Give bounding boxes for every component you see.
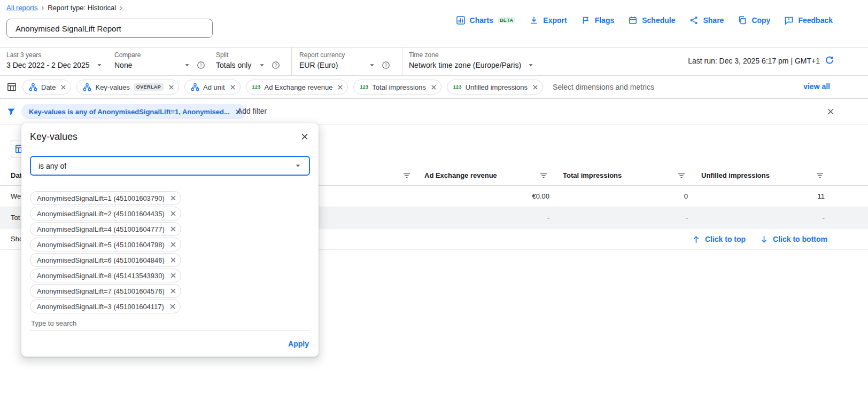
remove-chip-icon[interactable] bbox=[430, 83, 438, 91]
column-filter-icon[interactable] bbox=[677, 171, 686, 180]
chart-icon bbox=[456, 15, 466, 25]
value-chip: AnonymisedSignalLift=4 (451001604777) bbox=[30, 222, 181, 236]
currency-label: Report currency bbox=[299, 51, 345, 59]
feedback-label: Feedback bbox=[798, 16, 833, 25]
breadcrumb-all-reports-link[interactable]: All reports bbox=[6, 4, 38, 12]
copy-label: Copy bbox=[751, 16, 770, 25]
timezone-select[interactable]: Network time zone (Europe/Paris) bbox=[409, 61, 535, 69]
help-icon[interactable] bbox=[272, 61, 280, 69]
date-range-label: Last 3 years bbox=[6, 51, 41, 59]
remove-value-icon[interactable] bbox=[169, 194, 177, 202]
schedule-button[interactable]: Schedule bbox=[628, 15, 675, 25]
apply-button[interactable]: Apply bbox=[288, 340, 309, 348]
close-icon bbox=[825, 106, 836, 117]
value-chip-label: AnonymisedSignalLift=1 (451001603790) bbox=[37, 194, 165, 202]
value-chip: AnonymisedSignalLift=6 (451001604846) bbox=[30, 253, 181, 267]
remove-value-icon[interactable] bbox=[169, 209, 177, 218]
remove-chip-icon[interactable] bbox=[531, 83, 539, 91]
value-chip: AnonymisedSignalLift=7 (451001604576) bbox=[30, 284, 181, 298]
refresh-icon bbox=[824, 55, 835, 66]
key-values-filter-chip[interactable]: Key-values is any of AnonymisedSignalLif… bbox=[21, 104, 246, 119]
value-chip: AnonymisedSignalLift=3 (451001604117) bbox=[30, 299, 181, 313]
export-button[interactable]: Export bbox=[529, 15, 567, 25]
remove-value-icon[interactable] bbox=[169, 225, 177, 233]
view-all-link[interactable]: view all bbox=[803, 82, 830, 91]
operator-select[interactable]: is any of bbox=[30, 156, 310, 176]
feedback-button[interactable]: Feedback bbox=[784, 15, 833, 25]
dimension-icon bbox=[191, 83, 199, 91]
dialog-close-button[interactable] bbox=[299, 131, 310, 142]
chevron-down-icon bbox=[526, 61, 535, 69]
breadcrumb: All reports › Report type: Historical › bbox=[6, 3, 122, 12]
chip-label: Date bbox=[41, 83, 56, 91]
flags-button[interactable]: Flags bbox=[581, 15, 615, 25]
share-button[interactable]: Share bbox=[689, 15, 724, 25]
column-filter-icon[interactable] bbox=[402, 171, 412, 180]
help-icon[interactable] bbox=[197, 61, 205, 69]
feedback-icon bbox=[784, 15, 794, 25]
metric-chip-total-impressions[interactable]: 123 Total impressions bbox=[353, 80, 441, 94]
divider bbox=[402, 48, 402, 76]
chevron-down-icon bbox=[258, 61, 266, 69]
split-value: Totals only bbox=[216, 61, 252, 69]
metric-chip-ad-exchange-revenue[interactable]: 123 Ad Exchange revenue bbox=[246, 80, 348, 94]
click-to-top-button[interactable]: Click to top bbox=[692, 235, 746, 244]
value-chip-label: AnonymisedSignalLift=8 (451413543930) bbox=[37, 272, 165, 280]
remove-chip-icon[interactable] bbox=[336, 83, 344, 91]
close-filter-bar-button[interactable] bbox=[825, 106, 836, 117]
currency-value: EUR (Euro) bbox=[299, 61, 362, 69]
date-range-select[interactable]: 3 Dec 2022 - 2 Dec 2025 bbox=[6, 61, 104, 69]
download-icon bbox=[529, 15, 539, 25]
row-label: Tot bbox=[11, 207, 20, 228]
share-label: Share bbox=[703, 16, 724, 25]
column-header-total-impressions: Total impressions bbox=[563, 165, 622, 186]
chip-label: Ad Exchange revenue bbox=[265, 83, 333, 91]
chip-label: Key-values bbox=[95, 83, 129, 91]
split-select[interactable]: Totals only bbox=[216, 61, 280, 69]
add-filter-button[interactable]: Add filter bbox=[237, 107, 267, 115]
remove-value-icon[interactable] bbox=[169, 256, 177, 264]
currency-select[interactable]: EUR (Euro) bbox=[299, 61, 390, 69]
help-icon[interactable] bbox=[382, 61, 390, 69]
selected-values-list: AnonymisedSignalLift=1 (451001603790) An… bbox=[30, 191, 181, 313]
remove-value-icon[interactable] bbox=[168, 302, 177, 311]
top-toolbar: Charts BETA Export Flags Schedule Share … bbox=[456, 15, 833, 25]
remove-value-icon[interactable] bbox=[169, 287, 177, 295]
compare-select[interactable]: None bbox=[114, 61, 205, 69]
remove-chip-icon[interactable] bbox=[167, 83, 175, 91]
charts-button[interactable]: Charts BETA bbox=[456, 15, 516, 25]
share-icon bbox=[689, 15, 699, 25]
remove-chip-icon[interactable] bbox=[59, 83, 67, 91]
select-dimensions-placeholder[interactable]: Select dimensions and metrics bbox=[553, 83, 654, 91]
value-search-input[interactable] bbox=[30, 317, 310, 330]
copy-button[interactable]: Copy bbox=[738, 15, 770, 25]
chip-label: Ad unit bbox=[203, 83, 224, 91]
refresh-button[interactable] bbox=[824, 55, 835, 66]
remove-value-icon[interactable] bbox=[169, 240, 177, 249]
breadcrumb-separator: › bbox=[42, 3, 44, 12]
table-grid-icon bbox=[6, 82, 17, 92]
value-chip-label: AnonymisedSignalLift=4 (451001604777) bbox=[37, 225, 165, 233]
remove-value-icon[interactable] bbox=[169, 271, 177, 280]
column-filter-icon[interactable] bbox=[815, 171, 825, 180]
chevron-down-icon bbox=[95, 61, 104, 69]
dimension-chip-ad-unit[interactable]: Ad unit bbox=[184, 80, 240, 94]
copy-icon bbox=[738, 15, 747, 25]
column-filter-icon[interactable] bbox=[539, 171, 548, 180]
remove-chip-icon[interactable] bbox=[229, 83, 237, 91]
value-chip-label: AnonymisedSignalLift=5 (451001604798) bbox=[37, 241, 165, 249]
value-chip-label: AnonymisedSignalLift=2 (451001604435) bbox=[37, 210, 165, 218]
overlap-badge: OVERLAP bbox=[134, 83, 164, 91]
cell-unfilled-impressions: 11 bbox=[707, 186, 825, 207]
click-to-top-label: Click to top bbox=[705, 235, 746, 243]
report-name-input[interactable] bbox=[6, 19, 213, 38]
date-range-value: 3 Dec 2022 - 2 Dec 2025 bbox=[6, 61, 90, 69]
dimension-chip-key-values[interactable]: Key-values OVERLAP bbox=[76, 80, 179, 94]
value-chip: AnonymisedSignalLift=8 (451413543930) bbox=[30, 269, 181, 282]
dimension-icon bbox=[83, 83, 91, 91]
dimension-chip-date[interactable]: Date bbox=[22, 80, 71, 94]
timezone-label: Time zone bbox=[409, 51, 439, 59]
metric-chip-unfilled-impressions[interactable]: 123 Unfilled impressions bbox=[447, 80, 543, 94]
column-header-unfilled-impressions: Unfilled impressions bbox=[701, 165, 770, 186]
click-to-bottom-button[interactable]: Click to bottom bbox=[759, 235, 827, 244]
